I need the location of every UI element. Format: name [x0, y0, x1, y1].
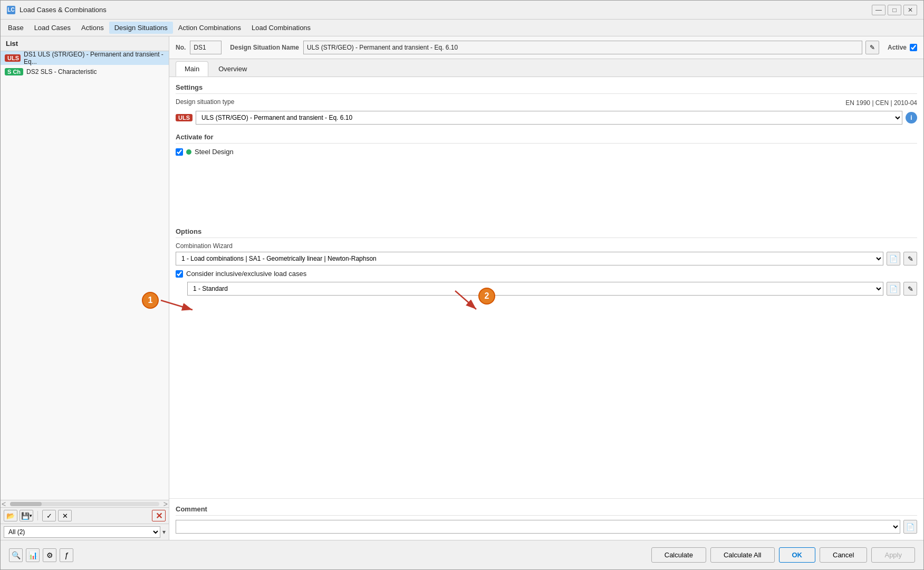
tab-overview[interactable]: Overview	[209, 61, 256, 77]
scrollbar-track	[10, 502, 159, 506]
list-items: ULS DS1 ULS (STR/GEO) - Permanent and tr…	[1, 51, 169, 500]
steel-dot	[186, 149, 191, 155]
spacer-2	[176, 296, 917, 338]
name-label: Design Situation Name	[230, 44, 299, 51]
settings-header: Settings	[176, 83, 917, 94]
design-type-dropdown-row: ULS ULS (STR/GEO) - Permanent and transi…	[176, 111, 917, 125]
right-panel: No. DS1 Design Situation Name ULS (STR/G…	[169, 36, 923, 540]
sub-new-button[interactable]: 📄	[887, 282, 900, 296]
combination-wizard-select[interactable]: 1 - Load combinations | SA1 - Geometrica…	[176, 252, 883, 265]
active-group: Active	[888, 44, 917, 51]
search-icon-btn[interactable]: 🔍	[9, 548, 23, 562]
standard-info: EN 1990 | CEN | 2010-04	[845, 99, 917, 107]
settings-section: Settings Design situation type EN 1990 |…	[176, 83, 917, 125]
no-field-group: No. DS1	[176, 41, 222, 54]
menu-actions[interactable]: Actions	[76, 22, 109, 34]
spacer-1	[176, 164, 917, 227]
badge-uls: ULS	[5, 54, 21, 62]
left-panel: List ULS DS1 ULS (STR/GEO) - Permanent a…	[1, 36, 169, 540]
table-icon-btn[interactable]: 📊	[26, 548, 40, 562]
cancel-button[interactable]: Cancel	[820, 547, 867, 563]
menu-action-combinations[interactable]: Action Combinations	[173, 22, 246, 34]
sub-edit-button[interactable]: ✎	[903, 282, 917, 296]
bottom-buttons: Calculate Calculate All OK Cancel Apply	[651, 547, 915, 563]
combination-wizard-row: 1 - Load combinations | SA1 - Geometrica…	[176, 252, 917, 265]
title-bar: LC Load Cases & Combinations ― □ ✕	[1, 1, 923, 20]
left-toolbar: 📂 💾▾ ✓ ✕ ✕	[1, 507, 169, 524]
tabs-bar: Main Overview	[169, 59, 923, 77]
name-field-group: Design Situation Name ULS (STR/GEO) - Pe…	[230, 41, 879, 54]
no-input[interactable]: DS1	[190, 41, 222, 54]
menu-design-situations[interactable]: Design Situations	[109, 22, 173, 34]
window-title: Load Cases & Combinations	[20, 6, 107, 14]
scrollbar-thumb	[10, 502, 42, 506]
name-edit-button[interactable]: ✎	[865, 41, 879, 54]
steel-design-label: Steel Design	[195, 148, 234, 156]
menu-load-cases[interactable]: Load Cases	[29, 22, 76, 34]
comment-section: Comment 📄	[169, 498, 923, 540]
calculate-button[interactable]: Calculate	[651, 547, 706, 563]
list-item-ds2[interactable]: S Ch DS2 SLS - Characteristic	[1, 65, 169, 79]
steel-design-row: Steel Design	[176, 148, 917, 156]
calculate-all-button[interactable]: Calculate All	[710, 547, 775, 563]
active-checkbox[interactable]	[910, 44, 917, 51]
combination-wizard-label: Combination Wizard	[176, 242, 917, 250]
sub-select[interactable]: 1 - Standard	[187, 282, 883, 296]
badge-sls: S Ch	[5, 68, 23, 75]
app-icon: LC	[7, 6, 15, 14]
check-button[interactable]: ✓	[42, 510, 56, 521]
list-item-ds1[interactable]: ULS DS1 ULS (STR/GEO) - Permanent and tr…	[1, 51, 169, 65]
inclusive-label: Consider inclusive/exclusive load cases	[186, 270, 306, 278]
comment-input[interactable]	[176, 520, 900, 534]
options-header: Options	[176, 227, 917, 238]
info-button[interactable]: i	[906, 112, 917, 124]
inclusive-row: Consider inclusive/exclusive load cases	[176, 270, 917, 278]
content-area: Settings Design situation type EN 1990 |…	[169, 77, 923, 498]
design-type-label: Design situation type	[176, 98, 234, 106]
main-layout: List ULS DS1 ULS (STR/GEO) - Permanent a…	[1, 36, 923, 540]
activate-section: Activate for Steel Design	[176, 133, 917, 156]
steel-design-checkbox[interactable]	[176, 148, 183, 156]
options-section: Options Combination Wizard 1 - Load comb…	[176, 227, 917, 296]
cw-edit-button[interactable]: ✎	[903, 252, 917, 265]
comment-row: 📄	[176, 520, 917, 534]
delete-button[interactable]: ✕	[152, 510, 166, 521]
horizontal-scrollbar[interactable]: < >	[1, 500, 169, 507]
open-button[interactable]: 📂	[4, 510, 17, 521]
window-controls: ― □ ✕	[872, 5, 917, 15]
filter-select[interactable]: All (2)	[4, 526, 160, 538]
activate-header: Activate for	[176, 133, 917, 144]
name-display: ULS (STR/GEO) - Permanent and transient …	[303, 41, 879, 54]
uncheck-button[interactable]: ✕	[58, 510, 72, 521]
tab-main[interactable]: Main	[176, 61, 208, 77]
apply-button[interactable]: Apply	[871, 547, 915, 563]
top-fields: No. DS1 Design Situation Name ULS (STR/G…	[169, 36, 923, 59]
no-label: No.	[176, 44, 186, 51]
settings-icon-btn[interactable]: ⚙	[43, 548, 56, 562]
bottom-bar: 🔍 📊 ⚙ ƒ Calculate Calculate All OK Cance…	[1, 540, 923, 569]
maximize-button[interactable]: □	[888, 5, 901, 15]
list-header: List	[1, 36, 169, 51]
separator-1	[37, 511, 38, 520]
list-item-ds1-text: DS1 ULS (STR/GEO) - Permanent and transi…	[24, 51, 165, 65]
menu-base[interactable]: Base	[3, 22, 29, 34]
formula-icon-btn[interactable]: ƒ	[60, 548, 73, 562]
design-type-row: Design situation type EN 1990 | CEN | 20…	[176, 98, 917, 108]
cw-new-button[interactable]: 📄	[887, 252, 900, 265]
menu-load-combinations[interactable]: Load Combinations	[246, 22, 316, 34]
name-input[interactable]: ULS (STR/GEO) - Permanent and transient …	[303, 41, 862, 54]
uls-badge-dropdown: ULS	[176, 114, 192, 121]
active-label: Active	[888, 44, 907, 51]
minimize-button[interactable]: ―	[872, 5, 886, 15]
comment-header: Comment	[176, 505, 917, 516]
ok-button[interactable]: OK	[779, 547, 816, 563]
sub-dropdown-row: 1 - Standard 📄 ✎	[187, 282, 917, 296]
inclusive-checkbox[interactable]	[176, 270, 183, 278]
comment-copy-button[interactable]: 📄	[903, 520, 917, 534]
bottom-icons: 🔍 📊 ⚙ ƒ	[9, 548, 73, 562]
save-button[interactable]: 💾▾	[20, 510, 33, 521]
close-button[interactable]: ✕	[903, 5, 917, 15]
design-type-select[interactable]: ULS (STR/GEO) - Permanent and transient …	[196, 111, 902, 125]
filter-bar: All (2) ▾	[1, 524, 169, 540]
list-item-ds2-text: DS2 SLS - Characteristic	[26, 68, 97, 75]
